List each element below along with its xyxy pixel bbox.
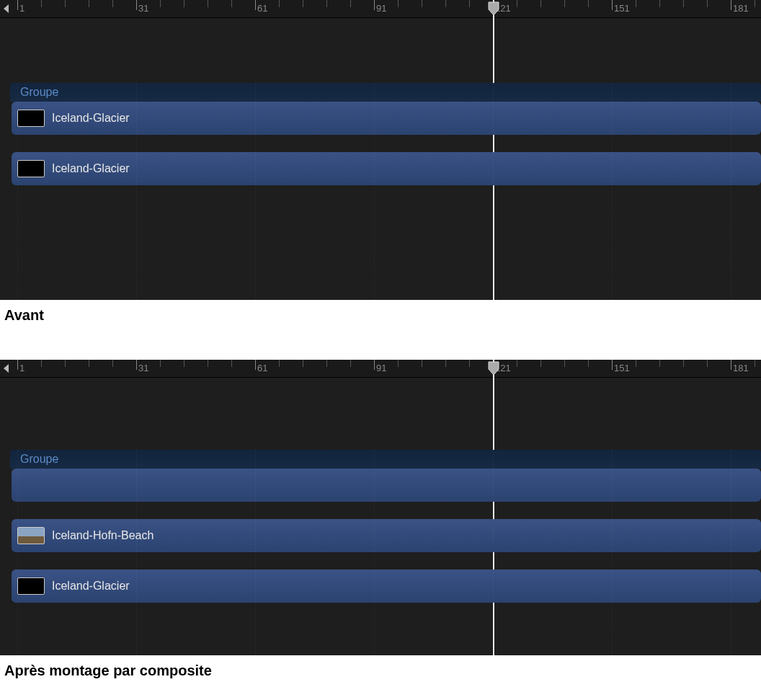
clip-thumbnail <box>17 527 45 544</box>
group-label: Groupe <box>20 86 58 98</box>
clip-label: Iceland-Hofn-Beach <box>52 529 153 542</box>
ruler-label: 151 <box>614 363 630 373</box>
group-header[interactable]: Groupe <box>10 450 761 469</box>
timeline-body[interactable]: Groupe Iceland-Hofn-Beach Iceland-Glacie… <box>0 450 761 655</box>
ruler-label: 121 <box>495 3 511 14</box>
timeline-after: 1316191121151181 Groupe Iceland-Hofn-Bea… <box>0 360 761 655</box>
clip-label: Iceland-Glacier <box>52 162 130 175</box>
clip-track[interactable]: Iceland-Glacier <box>12 570 761 603</box>
go-to-start-icon[interactable] <box>1 3 10 14</box>
timeline-body[interactable]: Groupe Iceland-Glacier Iceland-Glacier <box>0 83 761 300</box>
ruler-label: 181 <box>733 3 749 14</box>
group-header[interactable]: Groupe <box>10 83 761 102</box>
ruler-label: 1 <box>19 363 25 373</box>
ruler-label: 91 <box>376 3 386 14</box>
caption-before: Avant <box>0 300 761 324</box>
ruler[interactable]: 1316191121151181 <box>0 0 761 18</box>
ruler[interactable]: 1316191121151181 <box>0 360 761 378</box>
ruler-label: 61 <box>257 363 267 373</box>
clip-track-empty[interactable] <box>12 469 761 502</box>
ruler-label: 151 <box>614 3 630 14</box>
group-label: Groupe <box>20 453 58 465</box>
clip-thumbnail <box>17 110 45 127</box>
clip-thumbnail <box>17 160 45 177</box>
caption-after: Après montage par composite <box>0 655 761 679</box>
ruler-label: 31 <box>138 3 148 14</box>
ruler-label: 61 <box>257 3 267 14</box>
ruler-label: 91 <box>376 363 386 373</box>
clip-track[interactable]: Iceland-Hofn-Beach <box>12 519 761 552</box>
ruler-label: 121 <box>495 363 511 373</box>
clip-thumbnail <box>17 577 45 595</box>
ruler-label: 1 <box>19 3 25 14</box>
ruler-label: 181 <box>733 363 749 373</box>
timeline-before: 1316191121151181 Groupe Iceland-Glacier … <box>0 0 761 300</box>
clip-label: Iceland-Glacier <box>52 112 130 125</box>
clip-label: Iceland-Glacier <box>52 580 130 593</box>
clip-track[interactable]: Iceland-Glacier <box>12 102 761 135</box>
clip-track[interactable]: Iceland-Glacier <box>12 152 761 185</box>
go-to-start-icon[interactable] <box>1 363 10 374</box>
ruler-label: 31 <box>138 363 148 373</box>
